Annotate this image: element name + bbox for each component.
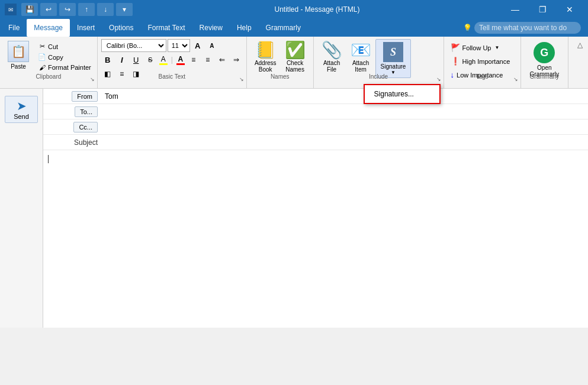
menu-format-text[interactable]: Format Text (140, 19, 192, 37)
bullet-list-button[interactable]: ≡ (187, 53, 200, 66)
subject-row: Subject (43, 135, 588, 150)
menu-options[interactable]: Options (102, 19, 140, 37)
signature-button[interactable]: S Signature ▼ (375, 39, 412, 78)
subject-label-cell: Subject (43, 138, 102, 147)
attach-item-label: AttachItem (352, 60, 369, 73)
high-importance-icon: ❗ (451, 57, 460, 66)
highlight-color-button[interactable]: A (158, 54, 169, 66)
menu-file[interactable]: File (1, 19, 27, 37)
paste-label: Paste (11, 63, 26, 70)
increase-font-size-button[interactable]: A (191, 39, 204, 52)
menu-message[interactable]: Message (27, 19, 70, 37)
to-row: To... (43, 104, 588, 119)
follow-up-button[interactable]: 🚩 Follow Up ▼ (448, 41, 513, 54)
menu-review[interactable]: Review (192, 19, 230, 37)
format-painter-icon: 🖌 (38, 64, 46, 71)
quick-access-redo[interactable]: ↪ (59, 3, 76, 16)
format-painter-button[interactable]: 🖌 Format Painter (36, 63, 94, 72)
include-expand-icon[interactable]: ↘ (436, 76, 441, 82)
close-button[interactable]: ✕ (556, 0, 583, 19)
bold-button[interactable]: B (101, 53, 114, 66)
minimize-button[interactable]: — (502, 0, 529, 19)
grammarly-icon: G (534, 42, 555, 63)
to-label-cell: To... (43, 106, 102, 117)
italic-button[interactable]: I (115, 53, 128, 66)
window-controls: — ❐ ✕ (502, 0, 583, 19)
to-input[interactable] (102, 105, 588, 119)
title-bar-left: ✉ 💾 ↩ ↪ ↑ ↓ ▾ (5, 3, 133, 16)
send-label: Send (14, 113, 29, 120)
address-book-button[interactable]: 📒 AddressBook (250, 39, 281, 76)
check-names-icon: ✅ (285, 42, 306, 59)
highlight-color-bar (159, 63, 168, 65)
maximize-button[interactable]: ❐ (529, 0, 556, 19)
quick-access-save[interactable]: 💾 (21, 3, 38, 16)
grammarly-group: G OpenGrammarly Grammarly (521, 37, 568, 88)
underline-button[interactable]: U (130, 53, 143, 66)
menu-insert[interactable]: Insert (70, 19, 102, 37)
from-input[interactable] (102, 89, 588, 103)
basic-text-expand-icon[interactable]: ↘ (239, 76, 244, 82)
quick-access-down[interactable]: ↓ (97, 3, 114, 16)
quick-access-more[interactable]: ▾ (116, 3, 133, 16)
format-painter-label: Format Painter (48, 64, 91, 71)
attach-file-icon: 📎 (322, 42, 342, 59)
attach-file-label: AttachFile (323, 60, 340, 73)
high-importance-button[interactable]: ❗ High Importance (448, 55, 513, 67)
to-button[interactable]: To... (75, 106, 98, 117)
grammarly-group-label: Grammarly (521, 73, 568, 80)
from-label-cell: From (43, 91, 102, 102)
font-family-select[interactable]: Calibri (Bo... (101, 39, 166, 52)
cut-button[interactable]: ✂ Cut (36, 41, 94, 51)
follow-up-label: Follow Up (462, 44, 491, 51)
highlight-icon: A (161, 55, 166, 63)
cc-button[interactable]: Cc... (73, 122, 98, 132)
ribbon-collapse-button[interactable]: △ (574, 39, 586, 51)
decrease-font-size-button[interactable]: A (205, 39, 219, 52)
subject-input[interactable] (102, 135, 588, 150)
font-size-select[interactable]: 11 (168, 39, 190, 52)
paste-icon: 📋 (8, 41, 29, 62)
signatures-menu-item[interactable]: Signatures... (365, 85, 439, 103)
tags-group: 🚩 Follow Up ▼ ❗ High Importance ↓ Low Im… (444, 37, 521, 88)
from-row: From (43, 89, 588, 104)
include-group-label: Include (314, 73, 444, 80)
quick-access-up[interactable]: ↑ (78, 3, 95, 16)
cc-input[interactable] (102, 120, 588, 134)
quick-access-undo[interactable]: ↩ (40, 3, 57, 16)
menu-grammarly[interactable]: Grammarly (259, 19, 308, 37)
subject-label: Subject (74, 138, 98, 147)
email-fields-column: From To... Cc... Subject (43, 89, 588, 328)
tell-me-input[interactable] (474, 22, 581, 34)
font-color-bar (176, 63, 185, 65)
numbered-list-button[interactable]: ≡ (201, 53, 214, 66)
menu-bar: File Message Insert Options Format Text … (0, 19, 588, 37)
ribbon: 📋 Paste ✂ Cut 📄 Copy 🖌 Format Painter Cl… (0, 37, 588, 89)
follow-up-chevron-icon: ▼ (494, 45, 499, 50)
copy-button[interactable]: 📄 Copy (36, 52, 94, 62)
copy-icon: 📄 (38, 53, 46, 61)
send-button[interactable]: ➤ Send (5, 96, 38, 123)
attach-file-button[interactable]: 📎 AttachFile (317, 39, 346, 76)
flag-icon: 🚩 (451, 43, 460, 52)
window-title: Untitled - Message (HTML) (133, 5, 502, 14)
clipboard-expand-icon[interactable]: ↘ (90, 76, 95, 82)
email-body[interactable] (43, 150, 588, 328)
attach-item-button[interactable]: 📧 AttachItem (346, 39, 375, 76)
from-button[interactable]: From (72, 91, 98, 102)
address-book-label: AddressBook (255, 60, 277, 73)
font-color-button[interactable]: A (175, 54, 186, 66)
menu-help[interactable]: Help (230, 19, 259, 37)
address-book-icon: 📒 (255, 42, 276, 59)
strikethrough-button[interactable]: S (144, 53, 157, 66)
font-color-icon: A (178, 55, 184, 63)
paste-button[interactable]: 📋 Paste (4, 39, 33, 72)
tags-expand-icon[interactable]: ↘ (513, 76, 518, 82)
increase-indent-button[interactable]: ⇒ (230, 53, 243, 66)
signature-icon: S (383, 42, 403, 62)
send-icon: ➤ (17, 99, 27, 113)
check-names-button[interactable]: ✅ CheckNames (281, 39, 310, 76)
decrease-indent-button[interactable]: ⇐ (216, 53, 229, 66)
include-group: 📎 AttachFile 📧 AttachItem S Signature ▼ … (314, 37, 444, 88)
basic-text-group-label: Basic Text (98, 73, 246, 80)
